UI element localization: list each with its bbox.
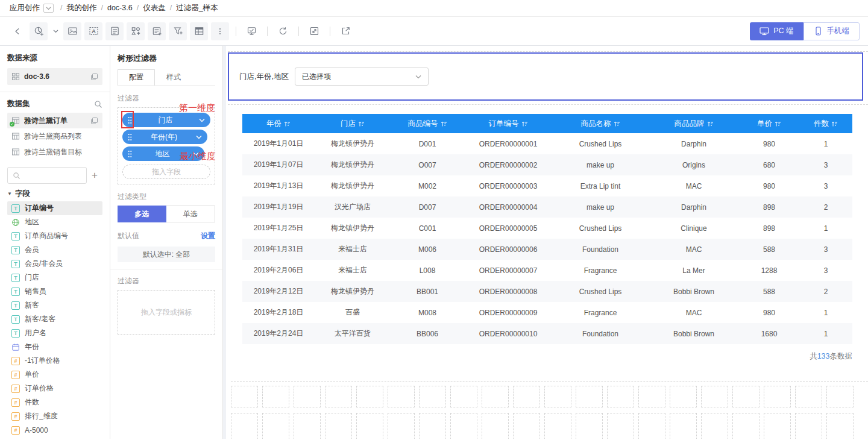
table-column-header[interactable]: 商品名称	[552, 114, 649, 133]
field-item[interactable]: #A-5000	[7, 423, 102, 437]
dimension-drop-zone[interactable]: 第一维度 最小维度 门店 年份(年) 地区 拖入字段	[118, 107, 215, 184]
field-item[interactable]: #单价	[7, 368, 102, 382]
table-column-header[interactable]: 年份	[242, 114, 315, 133]
field-item[interactable]: T销售员	[7, 284, 102, 298]
table-column-header[interactable]: 件数	[799, 114, 852, 133]
field-search-input[interactable]	[7, 167, 87, 184]
preview-button[interactable]	[242, 22, 260, 40]
back-button[interactable]	[8, 22, 27, 40]
field-item[interactable]: T订单商品编号	[7, 229, 102, 243]
drag-handle-icon[interactable]	[128, 150, 132, 158]
breadcrumb-item[interactable]: 仪表盘	[143, 4, 166, 12]
filter-dropdown[interactable]: 已选择项	[295, 68, 429, 86]
table-row[interactable]: 2019年1月19日汉光广场店D007ORDER00000004make upD…	[242, 196, 852, 218]
breadcrumb-root[interactable]: 应用创作	[10, 3, 40, 13]
table-row[interactable]: 2019年1月13日梅龙镇伊势丹M002ORDER00000003Extra L…	[242, 175, 852, 196]
sort-icon[interactable]	[284, 121, 291, 127]
drag-handle-icon[interactable]	[128, 133, 132, 141]
data-table[interactable]: 年份门店商品编号订单编号商品名称商品品牌单价件数 2019年1月01日梅龙镇伊势…	[242, 114, 852, 344]
fields-section-header[interactable]: ▼ 字段	[7, 189, 102, 199]
table-row[interactable]: 2019年1月01日梅龙镇伊势丹D001ORDER00000001Crushed…	[242, 133, 852, 154]
breadcrumb-item[interactable]: doc-3.6	[107, 4, 133, 12]
field-item[interactable]: #A-补	[7, 437, 102, 439]
copy-icon[interactable]	[90, 73, 98, 81]
search-icon[interactable]	[94, 100, 102, 108]
field-item[interactable]: #排行_维度	[7, 409, 102, 423]
field-item[interactable]: 年份	[7, 340, 102, 354]
filter-widget[interactable]: 门店,年份,地区 已选择项	[228, 52, 863, 101]
dimension-pill-year[interactable]: 年份(年)	[122, 130, 207, 144]
add-chart-button[interactable]	[30, 22, 48, 40]
tab-style[interactable]: 样式	[155, 69, 192, 86]
dataset-item[interactable]: 雅诗兰黛销售目标	[7, 144, 102, 160]
drag-handle-icon[interactable]	[128, 116, 132, 124]
default-value-box[interactable]: 默认选中: 全部	[118, 247, 215, 262]
table-column-header[interactable]: 单价	[739, 114, 799, 133]
dataset-item[interactable]: ✓ 雅诗兰黛订单	[7, 113, 102, 128]
datasource-item[interactable]: doc-3.6	[7, 68, 102, 85]
table-cell: 2019年2月18日	[242, 302, 315, 323]
table-row[interactable]: 2019年2月18日百盛M008ORDER00000009FragranceMA…	[242, 302, 852, 323]
table-column-header[interactable]: 订单编号	[464, 114, 552, 133]
add-table-button[interactable]	[190, 22, 208, 40]
table-row[interactable]: 2019年2月12日梅龙镇伊势丹BB001ORDER00000008Crushe…	[242, 281, 852, 302]
table-column-header[interactable]: 门店	[315, 114, 391, 133]
field-item[interactable]: 地区	[7, 215, 102, 229]
table-column-header[interactable]: 商品编号	[391, 114, 464, 133]
sort-icon[interactable]	[831, 121, 838, 127]
field-item[interactable]: T新客/老客	[7, 312, 102, 326]
sort-icon[interactable]	[521, 121, 528, 127]
table-row[interactable]: 2019年1月25日梅龙镇伊势丹C001ORDER00000005Crushed…	[242, 218, 852, 239]
add-component-button[interactable]	[127, 22, 145, 40]
multi-select-button[interactable]: 多选	[118, 206, 166, 222]
table-cell: ORDER00000003	[464, 175, 552, 196]
add-note-button[interactable]	[105, 22, 124, 40]
single-select-button[interactable]: 单选	[166, 206, 216, 222]
add-filter-button[interactable]	[169, 22, 187, 40]
add-list-filter-button[interactable]	[148, 22, 166, 40]
field-item[interactable]: #件数	[7, 395, 102, 409]
dataset-item[interactable]: 雅诗兰黛商品列表	[7, 128, 102, 144]
add-image-button[interactable]	[63, 22, 81, 40]
field-item[interactable]: #-1订单价格	[7, 354, 102, 368]
refresh-button[interactable]	[274, 22, 292, 40]
field-item[interactable]: T订单编号	[7, 201, 102, 215]
chevron-down-icon[interactable]	[196, 135, 202, 139]
pill-placeholder[interactable]: 拖入字段	[122, 165, 210, 179]
table-row[interactable]: 2019年1月07日梅龙镇伊势丹O007ORDER00000002make up…	[242, 154, 852, 175]
fullscreen-button[interactable]	[305, 22, 323, 40]
sort-icon[interactable]	[441, 121, 447, 127]
tab-config[interactable]: 配置	[118, 69, 155, 86]
field-item[interactable]: #订单价格	[7, 382, 102, 395]
sort-icon[interactable]	[358, 121, 365, 127]
copy-icon[interactable]	[90, 117, 98, 125]
table-row[interactable]: 2019年2月24日太平洋百货BB006ORDER00000010Foundat…	[242, 323, 852, 344]
indicator-drop-zone[interactable]: 拖入字段或指标	[118, 290, 215, 335]
field-item[interactable]: T用户名	[7, 326, 102, 340]
sort-icon[interactable]	[775, 121, 781, 127]
chart-type-dropdown[interactable]	[51, 22, 60, 40]
dimension-pill-store[interactable]: 门店	[122, 113, 210, 127]
mobile-view-button[interactable]: 手机端	[804, 22, 860, 40]
field-item[interactable]: T会员/非会员	[7, 257, 102, 271]
field-item[interactable]: T新客	[7, 298, 102, 312]
table-row[interactable]: 2019年2月06日来福士店L008ORDER00000007Fragrance…	[242, 260, 852, 281]
chevron-down-icon[interactable]	[199, 118, 205, 122]
sort-icon[interactable]	[707, 121, 714, 127]
field-item[interactable]: T会员	[7, 243, 102, 257]
table-cell: M002	[391, 175, 464, 196]
table-row[interactable]: 2019年1月31日来福士店M006ORDER00000006Foundatio…	[242, 239, 852, 260]
settings-link[interactable]: 设置	[201, 231, 215, 241]
panel-tabs: 配置 样式	[118, 69, 215, 86]
breadcrumb-item[interactable]: 过滤器_样本	[176, 4, 218, 12]
add-text-button[interactable]: A	[84, 22, 102, 40]
share-button[interactable]	[336, 22, 354, 40]
field-item[interactable]: T门店	[7, 271, 102, 284]
breadcrumb-item[interactable]: 我的创作	[66, 4, 96, 12]
more-button[interactable]	[211, 22, 229, 40]
breadcrumb-dropdown[interactable]	[43, 4, 54, 13]
add-field-button[interactable]: +	[87, 169, 102, 181]
sort-icon[interactable]	[614, 121, 620, 127]
table-column-header[interactable]: 商品品牌	[649, 114, 739, 133]
pc-view-button[interactable]: PC 端	[750, 22, 803, 40]
